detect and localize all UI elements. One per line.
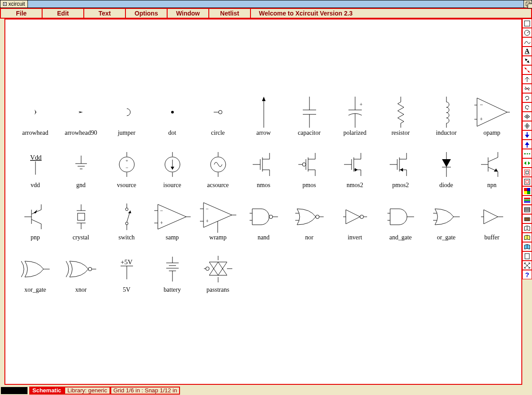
arc-icon[interactable] xyxy=(522,28,532,37)
symbol-circle[interactable]: circle xyxy=(195,95,241,137)
status-mode-button[interactable]: Schematic xyxy=(29,387,64,395)
layers-icon[interactable] xyxy=(522,196,532,205)
symbol-diode[interactable]: diode xyxy=(423,147,469,190)
symbol-wramp[interactable]: −+ wramp xyxy=(195,199,241,242)
lib3-icon[interactable] xyxy=(522,242,532,251)
svg-rect-191 xyxy=(524,198,530,199)
symbol-inductor[interactable]: inductor xyxy=(423,95,469,137)
svg-marker-123 xyxy=(346,210,360,224)
rotate-cw-icon[interactable] xyxy=(522,93,532,102)
flip-v-icon[interactable] xyxy=(522,121,532,130)
symbol-xnor[interactable]: xnor xyxy=(58,252,104,294)
rotate-ccw-icon[interactable] xyxy=(522,102,532,112)
symbol-arrow[interactable]: arrow xyxy=(241,95,286,137)
svg-rect-187 xyxy=(524,188,527,191)
page-icon[interactable] xyxy=(522,251,532,261)
dash-icon[interactable] xyxy=(522,149,532,158)
params-icon[interactable] xyxy=(522,205,532,214)
lib2-icon[interactable] xyxy=(522,233,532,242)
symbol-and-gate[interactable]: and_gate xyxy=(378,199,423,242)
symbol-gnd[interactable]: gnd xyxy=(58,147,104,190)
symbol-pmos2[interactable]: pmos2 xyxy=(378,147,423,190)
symbol-polarized[interactable]: + polarized xyxy=(332,95,378,137)
svg-rect-204 xyxy=(525,254,529,259)
svg-marker-63 xyxy=(355,168,358,172)
delete-icon[interactable] xyxy=(522,84,532,93)
symbol-resistor[interactable]: resistor xyxy=(378,95,423,137)
menu-edit[interactable]: Edit xyxy=(43,9,84,18)
symbol-nor[interactable]: nor xyxy=(286,199,332,242)
box-icon[interactable] xyxy=(522,19,532,28)
svg-rect-184 xyxy=(526,171,528,174)
symbol-opamp[interactable]: −+ opamp xyxy=(469,95,515,137)
copy-icon[interactable] xyxy=(522,65,532,74)
zoom-fit-icon[interactable] xyxy=(522,261,532,270)
symbol-or-gate[interactable]: or_gate xyxy=(423,199,469,242)
svg-text:+: + xyxy=(125,158,128,163)
menu-file[interactable]: File xyxy=(1,9,43,18)
symbol-npn[interactable]: npn xyxy=(469,147,515,190)
symbol-passtrans[interactable]: passtrans xyxy=(195,252,241,294)
drawing-canvas[interactable]: arrowhead arrowhead90 jumper dot circle … xyxy=(4,19,522,385)
symbol-switch[interactable]: switch xyxy=(104,199,149,242)
svg-point-2 xyxy=(171,111,174,113)
symbol-buffer[interactable]: buffer xyxy=(469,199,515,242)
symbol-acsource[interactable]: acsource xyxy=(195,147,241,190)
push-icon[interactable] xyxy=(522,130,532,140)
svg-text:+: + xyxy=(480,116,483,122)
symbol-vdd[interactable]: Vdd vdd xyxy=(12,147,58,190)
svg-marker-0 xyxy=(35,110,36,115)
window-resize-grip[interactable] xyxy=(524,0,532,8)
symbol-vsource[interactable]: +− vsource xyxy=(104,147,149,190)
symbol-nmos[interactable]: nmos xyxy=(241,147,286,190)
svg-point-53 xyxy=(302,163,306,166)
symbol-jumper[interactable]: jumper xyxy=(104,95,149,137)
symbol-nmos2[interactable]: nmos2 xyxy=(332,147,378,190)
swap-icon[interactable] xyxy=(522,158,532,168)
flip-h-icon[interactable] xyxy=(522,112,532,121)
status-swatch xyxy=(1,387,27,394)
lib1-icon[interactable] xyxy=(522,223,532,233)
help-icon[interactable]: ? xyxy=(522,270,532,279)
symbol-arrowhead90[interactable]: arrowhead90 xyxy=(58,95,104,137)
svg-text:+: + xyxy=(360,102,363,108)
symbol-dot[interactable]: dot xyxy=(149,95,195,137)
svg-rect-155 xyxy=(524,21,530,26)
symbol-isource[interactable]: isource xyxy=(149,147,195,190)
menu-options[interactable]: Options xyxy=(126,9,168,18)
pop-icon[interactable] xyxy=(522,140,532,149)
move-icon[interactable] xyxy=(522,56,532,65)
menu-text[interactable]: Text xyxy=(84,9,126,18)
symbol-invert[interactable]: invert xyxy=(332,199,378,242)
symbol-pnp[interactable]: pnp xyxy=(12,199,58,242)
app-menu-box[interactable]: xcircuit xyxy=(0,0,28,8)
symbol-5v[interactable]: +5V 5V xyxy=(104,252,149,294)
symbol-samp[interactable]: −+ samp xyxy=(149,199,195,242)
symbol-capacitor[interactable]: capacitor xyxy=(286,95,332,137)
symbol-pmos[interactable]: pmos xyxy=(286,147,332,190)
symbol-battery[interactable]: battery xyxy=(149,252,195,294)
zoom-in-icon[interactable] xyxy=(522,168,532,177)
color-icon[interactable] xyxy=(522,186,532,196)
symbol-arrowhead[interactable]: arrowhead xyxy=(12,95,58,137)
key-icon[interactable] xyxy=(522,214,532,223)
titlebar: xcircuit xyxy=(0,0,532,8)
svg-line-89 xyxy=(31,219,41,224)
spline-icon[interactable] xyxy=(522,37,532,47)
svg-point-137 xyxy=(88,267,92,271)
text-icon[interactable]: A xyxy=(522,47,532,56)
app-icon xyxy=(3,2,7,6)
svg-marker-172 xyxy=(526,123,528,125)
edit-icon[interactable] xyxy=(522,74,532,84)
svg-rect-192 xyxy=(524,199,530,201)
symbol-xor-gate[interactable]: xor_gate xyxy=(12,252,58,294)
symbol-nand[interactable]: nand xyxy=(241,199,286,242)
menu-window[interactable]: Window xyxy=(168,9,209,18)
svg-rect-193 xyxy=(524,201,530,203)
symbol-crystal[interactable]: crystal xyxy=(58,199,104,242)
status-library: Library: generic xyxy=(64,387,110,395)
svg-marker-149 xyxy=(209,262,227,275)
menu-netlist[interactable]: Netlist xyxy=(209,9,251,18)
zoom-out-icon[interactable] xyxy=(522,177,532,186)
svg-text:−: − xyxy=(125,165,128,170)
